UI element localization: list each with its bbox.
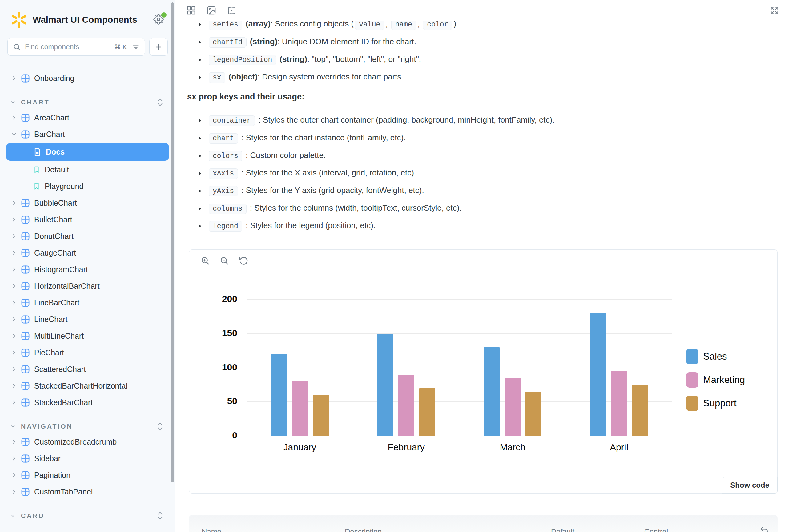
sidebar-header: Walmart UI Components xyxy=(0,0,175,28)
chevron-right-icon xyxy=(11,439,17,445)
prop-code-chip: name xyxy=(391,19,416,30)
bar-january-sales xyxy=(271,354,287,436)
props-bullet-list: series (array): Series config objects (v… xyxy=(175,18,788,83)
image-view-button[interactable] xyxy=(206,5,216,15)
show-code-button[interactable]: Show code xyxy=(722,477,777,494)
sidebar-item-multilinechart[interactable]: MultiLineChart xyxy=(0,328,175,344)
sidebar-section-chart[interactable]: CHART xyxy=(0,95,175,109)
component-icon xyxy=(21,470,30,480)
sidebar-item-bulletchart[interactable]: BulletChart xyxy=(0,211,175,228)
sidebar-item-linebarchart[interactable]: LineBarChart xyxy=(0,294,175,311)
sidebar-item-playground[interactable]: Playground xyxy=(0,178,175,195)
sidebar-item-histogramchart[interactable]: HistogramChart xyxy=(0,261,175,278)
component-icon xyxy=(21,398,30,407)
component-icon xyxy=(21,198,30,208)
bar-january-marketing xyxy=(292,381,308,436)
sidebar-item-onboarding[interactable]: Onboarding xyxy=(0,70,175,86)
sidebar-item-label: ScatteredChart xyxy=(34,365,86,374)
chevron-right-icon xyxy=(11,200,17,206)
zoom-reset-button[interactable] xyxy=(239,256,249,266)
args-table: NameDescriptionDefaultControl xyxy=(189,515,777,532)
sidebar-item-label: Default xyxy=(45,165,69,174)
sidebar-item-label: DonutChart xyxy=(34,232,74,241)
prop-code-chip: value xyxy=(355,19,384,30)
sidebar-item-default[interactable]: Default xyxy=(0,161,175,178)
legend-item-support[interactable]: Support xyxy=(686,396,745,411)
main-area: series (array): Series config objects (v… xyxy=(175,0,788,532)
sidebar-item-docs[interactable]: Docs xyxy=(6,143,169,161)
sidebar-item-donutchart[interactable]: DonutChart xyxy=(0,228,175,244)
bar-group-april xyxy=(590,299,648,436)
bold-text: (string) xyxy=(277,55,307,64)
sidebar-section-navigation[interactable]: NAVIGATION xyxy=(0,419,175,433)
component-icon xyxy=(21,364,30,374)
plus-icon xyxy=(154,43,163,52)
sidebar-section-card[interactable]: CARD xyxy=(0,509,175,523)
sidebar-item-horizontalbarchart[interactable]: HorizontalBarChart xyxy=(0,278,175,294)
section-sort-control[interactable] xyxy=(157,422,163,431)
sidebar-item-customizedbreadcrumb[interactable]: CustomizedBreadcrumb xyxy=(0,433,175,450)
prop-code-chip: chart xyxy=(209,133,238,144)
grid-view-button[interactable] xyxy=(186,5,196,15)
legend-item-marketing[interactable]: Marketing xyxy=(686,372,745,388)
sidebar-item-bubblechart[interactable]: BubbleChart xyxy=(0,195,175,211)
chevron-right-icon xyxy=(11,489,17,494)
component-icon xyxy=(21,437,30,447)
section-sort-control[interactable] xyxy=(157,98,163,107)
prop-code-chip: columns xyxy=(209,203,247,214)
bar-april-support xyxy=(632,385,648,436)
sidebar-item-piechart[interactable]: PieChart xyxy=(0,344,175,361)
args-reset-button[interactable] xyxy=(760,526,769,532)
sidebar-item-label: CustomizedBreadcrumb xyxy=(34,437,117,447)
sidebar-item-label: HistogramChart xyxy=(34,265,88,274)
component-icon xyxy=(21,315,30,324)
prop-code-chip: container xyxy=(209,115,255,126)
chevron-down-icon xyxy=(11,424,15,429)
prop-code-chip: yAxis xyxy=(209,186,238,196)
chevron-right-icon xyxy=(11,233,17,239)
sidebar-item-customtabpanel[interactable]: CustomTabPanel xyxy=(0,484,175,500)
sidebar-item-sidebar[interactable]: Sidebar xyxy=(0,450,175,467)
chevron-down-icon xyxy=(11,513,15,518)
sidebar: Walmart UI Components Find components ⌘ … xyxy=(0,0,175,532)
bold-text: (object) xyxy=(226,72,258,81)
legend-label: Sales xyxy=(703,351,727,362)
add-component-button[interactable] xyxy=(149,38,168,56)
sidebar-item-label: Pagination xyxy=(34,471,71,480)
zoom-out-button[interactable] xyxy=(219,256,229,266)
legend-item-sales[interactable]: Sales xyxy=(686,349,745,364)
filter-icon[interactable] xyxy=(132,43,140,51)
doc-bullet: colors : Custom color palette. xyxy=(205,149,788,162)
chevron-right-icon xyxy=(11,333,17,339)
sidebar-item-stackedbarchart[interactable]: StackedBarChart xyxy=(0,394,175,411)
sidebar-tree: OnboardingCHARTAreaChartBarChartDocsDefa… xyxy=(0,70,175,523)
search-placeholder: Find components xyxy=(25,43,114,51)
settings-button[interactable] xyxy=(152,14,165,26)
sidebar-scrollbar[interactable] xyxy=(171,2,174,482)
component-icon xyxy=(21,215,30,224)
bar-january-support xyxy=(313,395,329,436)
sidebar-item-linechart[interactable]: LineChart xyxy=(0,311,175,328)
prop-code-chip: series xyxy=(209,19,242,30)
measure-button[interactable] xyxy=(227,5,237,15)
chevron-right-icon xyxy=(11,115,17,120)
sidebar-item-gaugechart[interactable]: GaugeChart xyxy=(0,244,175,261)
section-label: CARD xyxy=(21,512,45,519)
sidebar-item-pagination[interactable]: Pagination xyxy=(0,467,175,484)
search-input[interactable]: Find components ⌘ K xyxy=(7,38,145,56)
sidebar-item-barchart[interactable]: BarChart xyxy=(0,126,175,142)
prop-code-chip: xAxis xyxy=(209,169,238,179)
fullscreen-button[interactable] xyxy=(770,5,780,15)
component-icon xyxy=(21,487,30,497)
app-root: Walmart UI Components Find components ⌘ … xyxy=(0,0,788,532)
bar-march-sales xyxy=(484,347,499,436)
sidebar-item-scatteredchart[interactable]: ScatteredChart xyxy=(0,361,175,377)
sidebar-item-label: BarChart xyxy=(34,130,65,139)
sidebar-item-stackedbarcharthorizontal[interactable]: StackedBarChartHorizontal xyxy=(0,377,175,394)
zoom-in-button[interactable] xyxy=(200,256,210,266)
doc-bullet: yAxis : Styles for the Y axis (grid opac… xyxy=(205,184,788,197)
y-axis-tick-label: 150 xyxy=(194,328,237,338)
sidebar-item-areachart[interactable]: AreaChart xyxy=(0,109,175,126)
y-axis-tick-label: 50 xyxy=(194,396,237,407)
section-sort-control[interactable] xyxy=(157,511,163,520)
